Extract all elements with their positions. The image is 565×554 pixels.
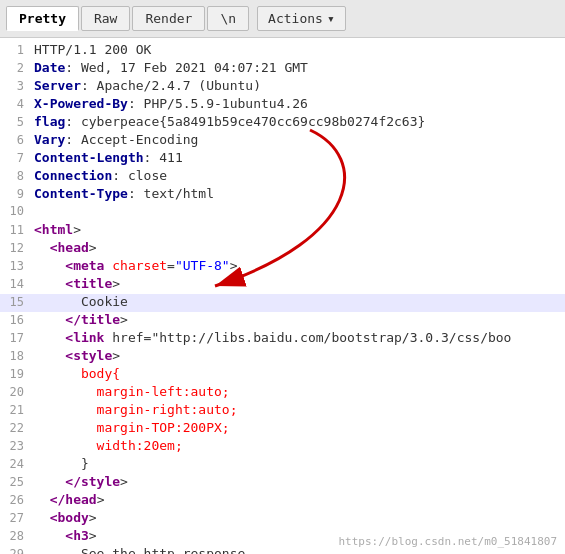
line-number: 24 [0,457,24,471]
code-line: 4X-Powered-By: PHP/5.5.9-1ubuntu4.26 [0,96,565,114]
line-number: 11 [0,223,24,237]
tab-newline[interactable]: \n [207,6,249,31]
line-number: 12 [0,241,24,255]
line-content: Content-Type: text/html [34,186,214,201]
line-number: 29 [0,547,24,554]
line-number: 2 [0,61,24,75]
line-content: margin-right:auto; [34,402,238,417]
line-content: See the http response [34,546,245,554]
line-number: 13 [0,259,24,273]
code-line: 24 } [0,456,565,474]
line-number: 18 [0,349,24,363]
line-content: body{ [34,366,120,381]
toolbar: Pretty Raw Render \n Actions ▾ [0,0,565,38]
line-content: Server: Apache/2.4.7 (Ubuntu) [34,78,261,93]
chevron-down-icon: ▾ [327,11,335,26]
line-content: margin-TOP:200PX; [34,420,230,435]
line-content: <body> [34,510,97,525]
actions-label: Actions [268,11,323,26]
line-content: Vary: Accept-Encoding [34,132,198,147]
line-number: 17 [0,331,24,345]
code-line: 2Date: Wed, 17 Feb 2021 04:07:21 GMT [0,60,565,78]
code-line: 15 Cookie [0,294,565,312]
line-number: 1 [0,43,24,57]
code-line: 26 </head> [0,492,565,510]
line-number: 23 [0,439,24,453]
code-line: 25 </style> [0,474,565,492]
line-content: width:20em; [34,438,183,453]
line-content: <h3> [34,528,97,543]
tab-raw[interactable]: Raw [81,6,130,31]
line-number: 25 [0,475,24,489]
line-number: 4 [0,97,24,111]
code-line: 6Vary: Accept-Encoding [0,132,565,150]
code-line: 13 <meta charset="UTF-8"> [0,258,565,276]
line-content: <html> [34,222,81,237]
line-number: 21 [0,403,24,417]
line-content: <style> [34,348,120,363]
line-number: 5 [0,115,24,129]
line-content: <meta charset="UTF-8"> [34,258,238,273]
code-line: 8Connection: close [0,168,565,186]
line-number: 8 [0,169,24,183]
line-number: 20 [0,385,24,399]
actions-button[interactable]: Actions ▾ [257,6,346,31]
code-line: 27 <body> [0,510,565,528]
line-content: Content-Length: 411 [34,150,183,165]
line-content: X-Powered-By: PHP/5.5.9-1ubuntu4.26 [34,96,308,111]
line-content: <link href="http://libs.baidu.com/bootst… [34,330,511,345]
line-content: flag: cyberpeace{5a8491b59ce470cc69cc98b… [34,114,425,129]
code-line: 16 </title> [0,312,565,330]
line-number: 9 [0,187,24,201]
code-line: 10 [0,204,565,222]
line-number: 28 [0,529,24,543]
code-line: 17 <link href="http://libs.baidu.com/boo… [0,330,565,348]
line-content: } [34,456,89,471]
code-line: 21 margin-right:auto; [0,402,565,420]
code-line: 12 <head> [0,240,565,258]
line-number: 3 [0,79,24,93]
line-content: margin-left:auto; [34,384,230,399]
code-line: 14 <title> [0,276,565,294]
line-content: Connection: close [34,168,167,183]
line-number: 7 [0,151,24,165]
line-content: <head> [34,240,97,255]
line-number: 27 [0,511,24,525]
code-line: 11<html> [0,222,565,240]
code-line: 5flag: cyberpeace{5a8491b59ce470cc69cc98… [0,114,565,132]
line-content: <title> [34,276,120,291]
line-number: 26 [0,493,24,507]
line-number: 14 [0,277,24,291]
code-area: 1HTTP/1.1 200 OK2Date: Wed, 17 Feb 2021 … [0,38,565,554]
code-line: 18 <style> [0,348,565,366]
code-line: 1HTTP/1.1 200 OK [0,42,565,60]
code-line: 3Server: Apache/2.4.7 (Ubuntu) [0,78,565,96]
tab-pretty[interactable]: Pretty [6,6,79,31]
line-content: </head> [34,492,104,507]
line-number: 16 [0,313,24,327]
code-line: 20 margin-left:auto; [0,384,565,402]
code-line: 23 width:20em; [0,438,565,456]
tab-render[interactable]: Render [132,6,205,31]
line-number: 15 [0,295,24,309]
line-content: Date: Wed, 17 Feb 2021 04:07:21 GMT [34,60,308,75]
code-line: 19 body{ [0,366,565,384]
line-content: HTTP/1.1 200 OK [34,42,151,57]
line-number: 10 [0,204,24,218]
code-line: 7Content-Length: 411 [0,150,565,168]
line-content: </style> [34,474,128,489]
code-line: 9Content-Type: text/html [0,186,565,204]
line-content: Cookie [34,294,128,309]
line-content: </title> [34,312,128,327]
line-number: 19 [0,367,24,381]
code-line: 22 margin-TOP:200PX; [0,420,565,438]
watermark: https://blog.csdn.net/m0_51841807 [338,535,557,548]
line-number: 6 [0,133,24,147]
line-number: 22 [0,421,24,435]
